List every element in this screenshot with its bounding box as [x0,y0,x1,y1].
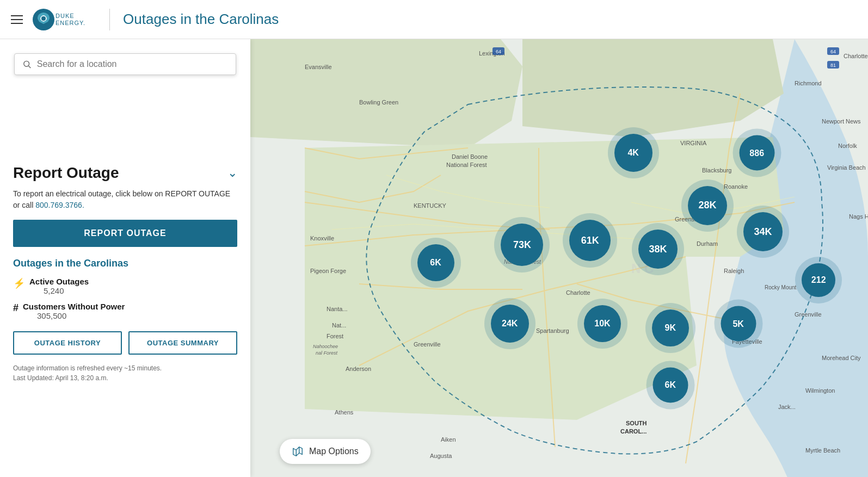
map-options-icon [292,445,304,457]
svg-text:Durham: Durham [697,240,718,247]
svg-text:VIRGINIA: VIRGINIA [680,140,707,146]
svg-text:Norfolk: Norfolk [838,143,857,149]
svg-text:Greenville: Greenville [414,341,441,348]
sidebar-content: Report Outage ⌄ To report an electrical … [0,153,250,477]
svg-text:Wilmington: Wilmington [805,387,835,394]
svg-line-3 [29,66,31,68]
customers-stat: # Customers Without Power 305,500 [13,302,237,320]
svg-text:Pigeon Forge: Pigeon Forge [310,268,346,274]
report-outage-description: To report an electrical outage, click be… [13,188,237,211]
svg-text:Spartanburg: Spartanburg [536,327,569,334]
action-buttons: OUTAGE HISTORY OUTAGE SUMMARY [13,331,237,355]
active-outages-stat: ⚡ Active Outages 5,240 [13,277,237,295]
svg-text:National Forest: National Forest [504,259,541,265]
chevron-down-icon[interactable]: ⌄ [227,166,237,180]
svg-text:Winston: Winston [585,227,607,233]
svg-text:Newport News: Newport News [822,118,861,125]
search-container [5,46,245,83]
svg-text:Bowling Green: Bowling Green [359,99,398,106]
report-outage-title: Report Outage [13,164,119,182]
svg-text:Anderson: Anderson [346,366,371,372]
svg-text:Nanta...: Nanta... [327,306,348,312]
svg-text:National Forest: National Forest [446,162,487,168]
svg-text:Morehead City: Morehead City [822,355,861,361]
svg-text:Nat...: Nat... [332,322,346,329]
svg-text:CAROL...: CAROL... [620,428,647,435]
svg-text:Nags Head: Nags Head [849,213,868,220]
map-options-button[interactable]: Map Options [280,439,371,464]
active-outages-value: 5,240 [44,286,89,295]
page-title: Outages in the Carolinas [123,11,279,28]
search-icon [22,59,32,69]
footer-note-line2: Last Updated: April 13, 8:20 a.m. [13,373,237,383]
svg-text:64: 64 [830,49,836,54]
header-divider [109,9,110,30]
svg-text:Knoxville: Knoxville [310,235,334,241]
svg-text:Charlotte: Charlotte [566,289,590,296]
svg-text:SOUTH: SOUTH [626,420,647,426]
svg-text:Fayetteville: Fayetteville [732,338,762,345]
svg-text:Nahoochee: Nahoochee [313,344,338,349]
map-options-label: Map Options [309,447,359,456]
customers-label: Customers Without Power [23,302,125,311]
logo: DUKE ENERGY. [32,8,85,32]
svg-text:Greensboro: Greensboro [675,216,706,222]
svg-point-2 [24,61,29,66]
svg-text:Richmond: Richmond [795,80,822,86]
footer-note: Outage information is refreshed every ~1… [13,363,237,383]
svg-text:64: 64 [496,49,501,54]
header: DUKE ENERGY. Outages in the Carolinas [0,0,868,39]
search-input[interactable] [37,59,228,69]
duke-energy-logo [32,8,56,32]
svg-text:Blacksburg: Blacksburg [702,167,731,174]
outages-section-title: Outages in the Carolinas [13,258,237,269]
svg-text:Augusta: Augusta [430,453,452,459]
svg-text:Charlottesville: Charlottesville [844,53,868,59]
svg-text:Jack...: Jack... [778,404,796,410]
customers-value: 305,500 [37,311,125,320]
outage-history-button[interactable]: OUTAGE HISTORY [13,331,122,355]
report-outage-header: Report Outage ⌄ [13,164,237,182]
report-outage-button[interactable]: REPORT OUTAGE [13,220,237,247]
active-outages-label: Active Outages [29,277,89,286]
svg-text:Evansville: Evansville [305,64,332,70]
lightning-icon: ⚡ [13,277,25,289]
svg-text:Greenville: Greenville [795,311,822,318]
brand-energy: ENERGY. [56,20,85,26]
phone-link[interactable]: 800.769.3766. [35,201,84,209]
svg-text:Roanoke: Roanoke [724,183,748,190]
svg-text:Cherokee: Cherokee [512,252,535,258]
svg-text:Myrtle Beach: Myrtle Beach [805,447,840,454]
brand-name: DUKE ENERGY. [56,13,85,26]
search-box [14,53,236,75]
svg-text:Virginia Beach: Virginia Beach [827,164,866,171]
svg-text:81: 81 [830,63,836,68]
svg-text:Athens: Athens [335,409,354,416]
svg-text:Rocky Mount: Rocky Mount [765,284,797,290]
svg-text:nal Forest: nal Forest [316,350,338,356]
svg-point-1 [41,16,46,21]
svg-text:N C: N C [631,261,654,276]
sidebar: Report Outage ⌄ To report an electrical … [0,39,250,477]
footer-note-line1: Outage information is refreshed every ~1… [13,363,237,373]
outage-summary-button[interactable]: OUTAGE SUMMARY [128,331,237,355]
svg-text:Aiken: Aiken [441,436,456,443]
hash-icon: # [13,302,19,314]
map-background: Lexington Charlottesville Richmond Newpo… [250,39,868,477]
main-container: Report Outage ⌄ To report an electrical … [0,39,868,477]
svg-text:Forest: Forest [327,333,343,339]
svg-text:Daniel Boone: Daniel Boone [452,153,488,160]
svg-text:Raleigh: Raleigh [724,268,744,274]
map-area: Lexington Charlottesville Richmond Newpo… [250,39,868,477]
svg-text:KENTUCKY: KENTUCKY [414,202,447,209]
menu-icon[interactable] [11,13,23,27]
brand-duke: DUKE [56,13,85,19]
